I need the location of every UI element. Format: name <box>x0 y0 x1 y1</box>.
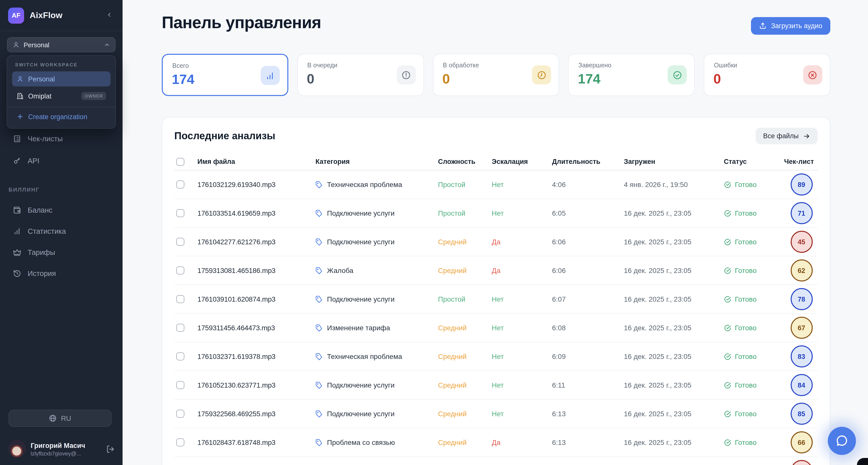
column-header[interactable]: Эскалация <box>492 158 552 165</box>
row-checkbox[interactable] <box>176 324 184 332</box>
checklist-score-badge[interactable]: 66 <box>790 431 812 454</box>
checklist-score-badge[interactable]: 71 <box>790 202 812 224</box>
table-row[interactable]: 1761039101.620874.mp3 Подключение услуги… <box>174 285 818 314</box>
stat-card-processing[interactable]: В обработке 0 <box>433 54 559 96</box>
table-row[interactable]: 1761052130.623771.mp3 Подключение услуги… <box>174 371 818 400</box>
checklist-score-badge[interactable]: 83 <box>790 345 812 368</box>
complexity-label: Средний <box>438 324 492 332</box>
workspace-item-label: Personal <box>28 75 106 83</box>
language-button[interactable]: RU <box>8 410 112 427</box>
row-checkbox[interactable] <box>176 352 184 360</box>
status-label: Готово <box>735 295 756 303</box>
sidebar-item-api[interactable]: API <box>6 154 117 168</box>
row-checkbox[interactable] <box>176 180 184 188</box>
table-row[interactable]: 1759311456.464473.mp3 Изменение тарифа С… <box>174 314 818 342</box>
category-label: Жалоба <box>327 266 353 274</box>
uploaded-date: 16 дек. 2025 г., 23:05 <box>624 410 724 418</box>
checklist-score-badge[interactable]: 89 <box>790 173 812 196</box>
column-header[interactable]: Сложность <box>438 158 492 165</box>
chat-bubble-icon <box>835 434 848 447</box>
status-label: Готово <box>735 266 756 274</box>
tag-icon <box>315 295 323 303</box>
row-checkbox[interactable] <box>176 238 184 246</box>
sidebar-item-history[interactable]: История <box>6 266 117 281</box>
column-header[interactable]: Длительность <box>552 158 624 165</box>
user-email: lzlyfbzxb7giovey@... <box>31 450 91 456</box>
table-row[interactable]: 1761032129.619340.mp3 Техническая пробле… <box>174 170 818 199</box>
alert-circle-icon <box>397 65 416 84</box>
checklist-score-badge[interactable]: 45 <box>790 231 812 253</box>
checklist-score-badge[interactable]: 67 <box>790 317 812 339</box>
sidebar-item-statistics[interactable]: Статистика <box>6 224 117 238</box>
upload-audio-button[interactable]: Загрузить аудио <box>751 17 830 35</box>
chat-button[interactable] <box>828 427 856 455</box>
status-label: Готово <box>735 238 756 246</box>
table-row[interactable]: 1761042277.621276.mp3 Подключение услуги… <box>174 228 818 256</box>
category-label: Техническая проблема <box>327 180 402 188</box>
stat-card-queued[interactable]: В очереди 0 <box>298 54 424 96</box>
table-row[interactable]: 1761032371.619378.mp3 Техническая пробле… <box>174 342 818 371</box>
stat-card-completed[interactable]: Завершено 174 <box>568 54 695 96</box>
key-icon <box>13 157 21 165</box>
file-name: 1761028437.618748.mp3 <box>197 438 315 446</box>
checklist-score-badge[interactable] <box>790 460 812 465</box>
checklist-score-badge[interactable]: 85 <box>790 403 812 425</box>
stat-value: 174 <box>172 72 194 87</box>
stat-value: 0 <box>442 71 450 87</box>
table-row[interactable]: 1759313081.465186.mp3 Жалоба Средний Да … <box>174 256 818 285</box>
table-row[interactable]: 1759322568.469255.mp3 Подключение услуги… <box>174 400 818 428</box>
sidebar-item-balance[interactable]: Баланс <box>6 203 117 217</box>
workspace-item-omiplat[interactable]: Omiplat OWNER <box>12 88 111 104</box>
escalation-label: Нет <box>492 381 552 389</box>
table-row[interactable] <box>174 457 818 465</box>
complexity-label: Средний <box>438 238 492 246</box>
stat-card-total[interactable]: Всего 174 <box>162 54 288 96</box>
select-all-checkbox[interactable] <box>176 157 184 166</box>
category-label: Подключение услуги <box>327 238 395 246</box>
checklist-score-badge[interactable]: 84 <box>790 374 812 396</box>
column-header[interactable]: Загружен <box>624 158 724 165</box>
row-checkbox[interactable] <box>176 209 184 217</box>
workspace-item-personal[interactable]: Personal <box>12 71 111 86</box>
sidebar-item-checklists[interactable]: Чек-листы <box>6 132 117 146</box>
create-organization-button[interactable]: Create organization <box>12 109 111 124</box>
row-checkbox[interactable] <box>176 381 184 389</box>
sidebar-item-label: Баланс <box>28 206 53 214</box>
workspace-item-label: Omiplat <box>28 92 77 100</box>
sidebar-collapse-icon[interactable] <box>104 11 115 20</box>
bar-chart-icon <box>261 66 280 85</box>
row-checkbox[interactable] <box>176 295 184 303</box>
workspace-selector[interactable]: Personal <box>7 37 116 52</box>
sidebar-item-tariffs[interactable]: Тарифы <box>6 245 117 259</box>
escalation-label: Нет <box>492 295 552 303</box>
stat-card-errors[interactable]: Ошибки 0 <box>704 54 830 96</box>
column-header[interactable]: Статус <box>724 158 784 165</box>
checklist-score-badge[interactable]: 62 <box>790 259 812 282</box>
tag-icon <box>315 324 323 331</box>
clock-icon <box>532 65 551 84</box>
logout-icon[interactable] <box>106 445 115 453</box>
user-profile[interactable]: Григорий Масич lzlyfbzxb7giovey@... <box>8 440 115 458</box>
column-header[interactable]: Чек-лист <box>784 158 819 165</box>
sidebar-item-label: Статистика <box>28 227 66 235</box>
checklist-score-badge[interactable]: 78 <box>790 288 812 310</box>
x-circle-icon <box>803 65 822 84</box>
column-header[interactable]: Категория <box>315 158 438 165</box>
status-label: Готово <box>735 209 756 217</box>
file-name: 1761032129.619340.mp3 <box>197 180 315 188</box>
table-row[interactable]: 1761028437.618748.mp3 Проблема со связью… <box>174 428 818 457</box>
check-circle-icon <box>724 410 732 417</box>
stat-label: В обработке <box>443 62 479 69</box>
row-checkbox[interactable] <box>176 266 184 274</box>
main-content: Панель управления Загрузить аудио Всего … <box>123 0 868 465</box>
row-checkbox[interactable] <box>176 410 184 418</box>
all-files-button[interactable]: Все файлы <box>756 128 818 144</box>
create-organization-label: Create organization <box>28 113 87 120</box>
row-checkbox[interactable] <box>176 438 184 446</box>
duration-value: 6:08 <box>552 324 624 332</box>
table-row[interactable]: 1761033514.619659.mp3 Подключение услуги… <box>174 199 818 228</box>
check-circle-icon <box>724 181 732 188</box>
column-header[interactable]: Имя файла <box>197 158 315 165</box>
file-name: 1761033514.619659.mp3 <box>197 209 315 217</box>
owner-badge: OWNER <box>82 92 106 100</box>
